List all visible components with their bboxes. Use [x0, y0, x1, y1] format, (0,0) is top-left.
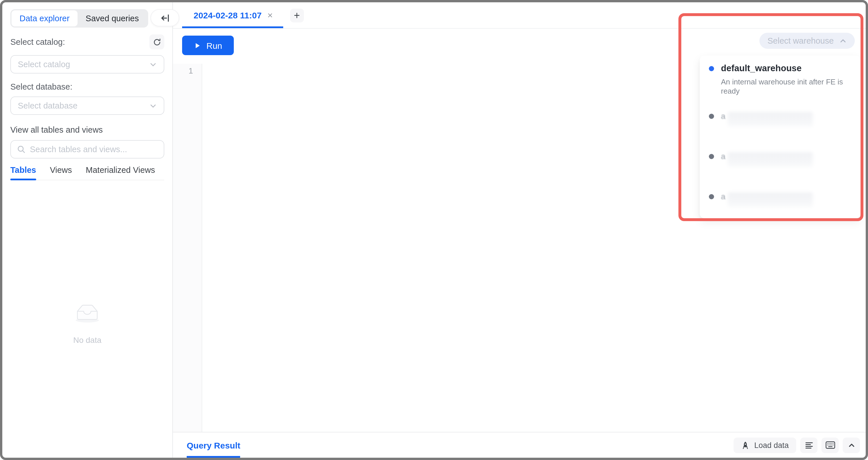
keyboard-shortcuts-button[interactable]	[822, 437, 839, 453]
rocket-icon	[741, 441, 750, 449]
keyboard-icon	[825, 441, 835, 449]
query-tab[interactable]: 2024-02-28 11:07 ×	[182, 2, 283, 28]
database-select[interactable]: Select database	[10, 97, 164, 115]
run-button[interactable]: Run	[182, 36, 234, 55]
warehouse-option-redacted[interactable]: a	[709, 152, 851, 176]
warehouse-dropdown: default_warehouse An internal warehouse …	[700, 56, 861, 218]
play-icon	[194, 42, 201, 49]
sidebar-mode-tabs: Data explorer Saved queries	[10, 9, 148, 28]
redacted-text-block	[728, 152, 813, 167]
redacted-text-block	[728, 192, 813, 207]
tab-query-result[interactable]: Query Result	[187, 432, 240, 458]
tab-tables[interactable]: Tables	[10, 165, 36, 180]
refresh-icon	[153, 38, 161, 46]
status-dot-icon	[709, 66, 714, 71]
warehouse-description: An internal warehouse init after FE is r…	[721, 77, 851, 96]
empty-state-text: No data	[73, 335, 101, 344]
collapse-sidebar-icon	[160, 13, 170, 23]
tab-saved-queries[interactable]: Saved queries	[78, 10, 147, 26]
warehouse-selector-label: Select warehouse	[768, 36, 834, 45]
query-tab-title: 2024-02-28 11:07	[194, 10, 262, 20]
load-data-label: Load data	[754, 441, 789, 449]
line-number: 1	[188, 66, 193, 75]
tab-views[interactable]: Views	[50, 165, 72, 180]
catalog-label: Select catalog:	[10, 37, 65, 46]
empty-state: No data	[10, 302, 164, 344]
view-all-label: View all tables and views	[10, 125, 103, 134]
redacted-text-block	[728, 112, 813, 127]
editor-gutter: 1	[173, 64, 202, 432]
refresh-button[interactable]	[149, 34, 164, 50]
sidebar: Data explorer Saved queries Select catal…	[2, 2, 173, 458]
chevron-down-icon	[149, 61, 157, 68]
warehouse-option-redacted[interactable]: a	[709, 192, 851, 217]
database-select-value: Select database	[18, 101, 149, 110]
expand-result-button[interactable]	[843, 437, 860, 453]
search-box	[10, 140, 164, 159]
screenshot-scale-wrapper: Data explorer Saved queries Select catal…	[0, 0, 868, 460]
query-result-label: Query Result	[187, 440, 240, 450]
empty-inbox-icon	[73, 302, 101, 324]
warehouse-name: default_warehouse	[721, 63, 851, 74]
redacted-text-remnant: a	[721, 112, 725, 121]
warehouse-option-redacted[interactable]: a	[709, 112, 851, 136]
load-data-button[interactable]: Load data	[734, 437, 796, 453]
database-label: Select database:	[10, 82, 72, 91]
close-tab-icon[interactable]: ×	[268, 11, 273, 20]
chevron-up-icon	[840, 37, 847, 44]
warehouse-selector[interactable]: Select warehouse	[760, 33, 855, 49]
new-tab-button[interactable]: +	[290, 8, 304, 22]
status-dot-icon	[709, 154, 714, 159]
align-left-icon	[805, 441, 813, 449]
redacted-text-remnant: a	[721, 192, 725, 201]
status-dot-icon	[709, 114, 714, 119]
query-tab-bar: 2024-02-28 11:07 × +	[173, 2, 866, 29]
catalog-select-value: Select catalog	[18, 60, 149, 69]
run-button-label: Run	[206, 40, 222, 50]
tab-data-explorer[interactable]: Data explorer	[11, 10, 78, 26]
chevron-down-icon	[149, 102, 157, 109]
chevron-up-icon	[847, 441, 855, 449]
result-actions: Load data	[734, 437, 860, 453]
tab-materialized-views[interactable]: Materialized Views	[86, 165, 155, 180]
redacted-text-remnant: a	[721, 152, 725, 161]
warehouse-option-default[interactable]: default_warehouse An internal warehouse …	[709, 63, 851, 96]
object-type-tabs: Tables Views Materialized Views	[10, 165, 164, 180]
search-icon	[17, 145, 25, 153]
catalog-select[interactable]: Select catalog	[10, 55, 164, 73]
format-lines-button[interactable]	[800, 437, 817, 453]
result-panel-header: Query Result Load data	[173, 432, 866, 458]
collapse-sidebar-button[interactable]	[151, 9, 179, 26]
status-dot-icon	[709, 194, 714, 199]
app-window: Data explorer Saved queries Select catal…	[0, 0, 868, 460]
search-input[interactable]	[30, 145, 157, 154]
